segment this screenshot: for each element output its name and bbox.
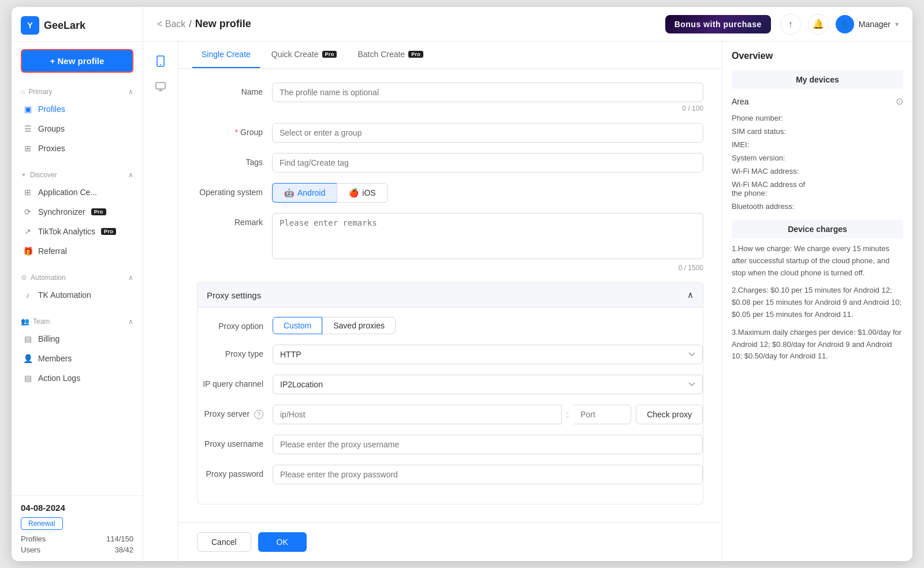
os-control: 🤖 Android 🍎 iOS [272, 183, 703, 203]
check-proxy-button[interactable]: Check proxy [636, 405, 703, 424]
saved-proxy-button[interactable]: Saved proxies [322, 317, 396, 334]
proxy-type-label: Proxy type [198, 345, 273, 358]
breadcrumb-separator: / [189, 19, 191, 29]
proxy-option-row: Proxy option Custom Saved proxies [198, 317, 703, 334]
sidebar-item-billing[interactable]: ▤ Billing [12, 329, 143, 349]
users-stat-label: Users [21, 545, 40, 554]
my-devices-title: My devices [732, 70, 903, 89]
back-link[interactable]: < Back [157, 19, 185, 29]
cancel-button[interactable]: Cancel [197, 532, 251, 552]
profiles-icon: ▣ [23, 104, 32, 114]
user-menu[interactable]: 👤 Manager ▾ [836, 15, 899, 33]
tags-input[interactable] [272, 153, 703, 173]
proxy-type-select[interactable]: HTTP HTTPS SOCKS5 [273, 345, 703, 364]
user-chevron-icon: ▾ [895, 20, 899, 28]
sidebar-item-billing-label: Billing [38, 334, 59, 343]
renewal-button[interactable]: Renewal [21, 517, 63, 530]
sidebar-logo: Y GeeLark [12, 7, 143, 42]
sidebar-bottom: 04-08-2024 Renewal Profiles 114/150 User… [12, 495, 143, 561]
proxy-server-help-icon[interactable]: ? [254, 410, 263, 419]
chevron-up-icon-auto: ∧ [128, 274, 133, 282]
area-label: Area [732, 97, 749, 106]
proxy-server-input-row: : Check proxy [273, 405, 703, 424]
wifi-mac-row: Wi-Fi MAC address: [732, 167, 903, 175]
mobile-icon[interactable] [150, 51, 171, 72]
proxy-host-input[interactable] [273, 405, 562, 424]
proxy-server-control: : Check proxy [273, 405, 703, 424]
logo-name: GeeLark [44, 20, 85, 32]
notification-button[interactable]: 🔔 [808, 14, 829, 35]
proxies-icon: ⊞ [23, 144, 32, 153]
proxy-option-control: Custom Saved proxies [273, 317, 703, 334]
ios-label: iOS [362, 188, 375, 197]
name-input[interactable] [272, 83, 703, 102]
charges-text-3: 3.Maximum daily charges per device: $1.0… [732, 327, 903, 363]
proxy-password-input[interactable] [273, 465, 703, 484]
android-button[interactable]: 🤖 Android [272, 183, 337, 203]
remark-row: Remark 0 / 1500 [197, 213, 703, 272]
section-team-label: 👥Team [21, 317, 50, 326]
proxy-type-control: HTTP HTTPS SOCKS5 [273, 345, 703, 364]
tab-single-create[interactable]: Single Create [192, 42, 260, 68]
sidebar-item-synchronizer[interactable]: ⟳ Synchronizer Pro [12, 202, 143, 222]
sidebar-item-actionlogs[interactable]: ▤ Action Logs [12, 368, 143, 388]
sidebar-item-groups-label: Groups [38, 124, 65, 133]
sidebar-item-members-label: Members [38, 354, 72, 363]
upload-button[interactable]: ↑ [780, 14, 801, 35]
proxy-settings-header[interactable]: Proxy settings ∧ [197, 282, 703, 308]
users-stat-value: 38/42 [114, 545, 133, 554]
sidebar-item-profiles[interactable]: ▣ Profiles [12, 99, 143, 119]
sidebar-item-tkautomation[interactable]: ♪ TK Automation [12, 285, 143, 305]
page-title: New profile [195, 18, 251, 30]
proxy-password-label: Proxy password [198, 465, 273, 479]
remark-textarea[interactable] [272, 213, 703, 259]
section-automation-header[interactable]: ⚙Automation ∧ [12, 270, 143, 285]
custom-proxy-button[interactable]: Custom [273, 317, 322, 334]
users-stat: Users 38/42 [21, 545, 133, 554]
pro-badge-quick: Pro [322, 51, 337, 58]
system-version-label: System version: [732, 154, 813, 162]
new-profile-button[interactable]: + New profile [21, 49, 133, 73]
location-icon[interactable]: ⊙ [896, 96, 903, 107]
ios-button[interactable]: 🍎 iOS [337, 183, 388, 203]
section-primary-header[interactable]: ⌂Primary ∧ [12, 84, 143, 99]
sidebar-item-members[interactable]: 👤 Members [12, 349, 143, 368]
sidebar-item-groups[interactable]: ☰ Groups [12, 119, 143, 139]
svg-rect-2 [156, 83, 165, 89]
sidebar-item-appcenter[interactable]: ⊞ Application Ce... [12, 182, 143, 202]
wifi-mac-phone-row: Wi-Fi MAC address of the phone: [732, 180, 903, 197]
desktop-icon[interactable] [150, 76, 171, 97]
proxy-type-row: Proxy type HTTP HTTPS SOCKS5 [198, 345, 703, 364]
proxy-port-input[interactable] [573, 405, 631, 424]
proxy-settings-label: Proxy settings [207, 290, 261, 300]
section-discover-header[interactable]: ✦Discover ∧ [12, 167, 143, 182]
tab-quick-create[interactable]: Quick Create Pro [262, 42, 346, 68]
imei-row: IMEI: [732, 140, 903, 149]
sidebar-item-tiktok[interactable]: ↗ TikTok Analytics Pro [12, 222, 143, 241]
bonus-banner[interactable]: Bonus with purchase [665, 15, 771, 33]
section-discover-label: ✦Discover [21, 171, 57, 179]
section-automation-label: ⚙Automation [21, 274, 66, 282]
section-team-header[interactable]: 👥Team ∧ [12, 314, 143, 329]
sidebar: Y GeeLark + New profile ⌂Primary ∧ ▣ Pro… [12, 7, 143, 561]
bluetooth-row: Bluetooth address: [732, 202, 903, 211]
charges-text-2: 2.Charges: $0.10 per 15 minutes for Andr… [732, 285, 903, 320]
sim-status-row: SIM card status: [732, 127, 903, 136]
group-input[interactable] [272, 123, 703, 143]
section-discover: ✦Discover ∧ ⊞ Application Ce... ⟳ Synchr… [12, 163, 143, 266]
tab-batch-create[interactable]: Batch Create Pro [348, 42, 433, 68]
section-team: 👥Team ∧ ▤ Billing 👤 Members ▤ Action Log… [12, 309, 143, 393]
sidebar-item-referral[interactable]: 🎁 Referral [12, 241, 143, 261]
os-buttons: 🤖 Android 🍎 iOS [272, 183, 703, 203]
pro-badge-tiktok: Pro [101, 228, 116, 235]
proxy-username-input[interactable] [273, 435, 703, 454]
sidebar-item-proxies[interactable]: ⊞ Proxies [12, 139, 143, 158]
phone-number-label: Phone number: [732, 114, 813, 122]
user-avatar: 👤 [836, 15, 854, 33]
chevron-up-icon-team: ∧ [128, 317, 133, 326]
ok-button[interactable]: OK [258, 532, 307, 552]
sync-icon: ⟳ [23, 207, 32, 216]
wifi-mac-phone-label: Wi-Fi MAC address of the phone: [732, 180, 813, 197]
ip-query-select[interactable]: IP2Location ipinfo.io [273, 375, 703, 394]
form-actions: Cancel OK [178, 522, 722, 561]
